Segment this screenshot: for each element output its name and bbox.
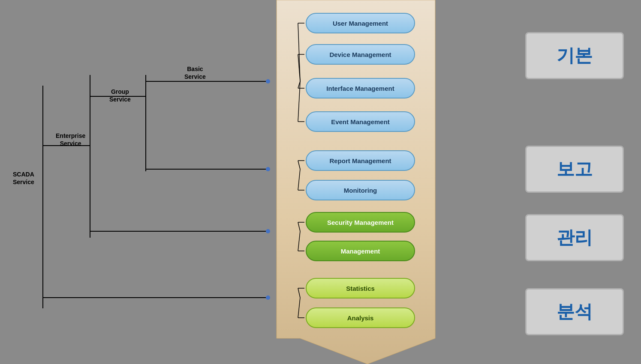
basic-service-label: Basic Service	[184, 65, 206, 81]
group-service-label: Group Service	[109, 88, 131, 103]
svg-line-29	[298, 169, 300, 190]
svg-point-9	[266, 79, 270, 84]
device-management-box[interactable]: Device Management	[306, 44, 415, 65]
category-kibbon-label: 기본	[557, 44, 593, 68]
svg-line-19	[298, 23, 300, 81]
svg-line-27	[298, 161, 300, 169]
svg-point-12	[266, 167, 270, 171]
svg-line-33	[298, 231, 300, 251]
svg-point-18	[266, 295, 270, 300]
monitoring-box[interactable]: Monitoring	[306, 180, 415, 200]
svg-line-37	[298, 298, 300, 318]
category-bunsek-label: 분석	[557, 300, 593, 324]
category-bogo: 보고	[525, 146, 624, 193]
svg-line-21	[298, 54, 300, 81]
category-gwanri: 관리	[525, 214, 624, 261]
svg-line-35	[298, 288, 300, 298]
svg-point-15	[266, 229, 270, 233]
analysis-box[interactable]: Analysis	[306, 307, 415, 328]
svg-line-23	[298, 81, 300, 88]
category-bogo-label: 보고	[557, 157, 593, 181]
user-management-box[interactable]: User Management	[306, 13, 415, 33]
event-management-box[interactable]: Event Management	[306, 111, 415, 132]
security-management-box[interactable]: Security Management	[306, 212, 415, 233]
enterprise-service-label: Enterprise Service	[56, 132, 85, 147]
svg-line-25	[298, 81, 300, 122]
category-bunsek: 분석	[525, 288, 624, 335]
svg-line-31	[298, 222, 300, 231]
statistics-box[interactable]: Statistics	[306, 278, 415, 298]
report-management-box[interactable]: Report Management	[306, 150, 415, 171]
interface-management-box[interactable]: Interface Management	[306, 78, 415, 98]
category-gwanri-label: 관리	[557, 226, 593, 250]
category-kibbon: 기본	[525, 32, 624, 79]
scada-service-label: SCADA Service	[13, 170, 34, 186]
management-box[interactable]: Management	[306, 241, 415, 261]
